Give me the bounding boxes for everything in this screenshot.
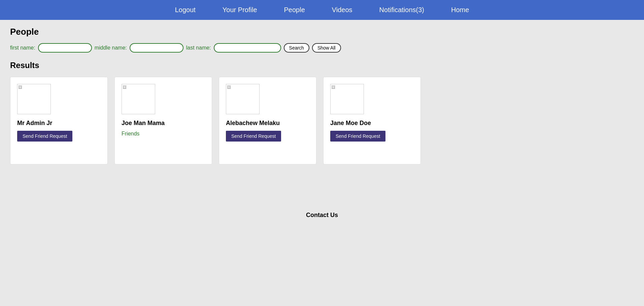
person-card: Alebachew MelakuSend Friend Request xyxy=(219,77,316,164)
main-content: People first name: middle name: last nam… xyxy=(0,20,644,171)
person-name: Jane Moe Doe xyxy=(330,120,414,127)
middle-name-input[interactable] xyxy=(130,43,183,53)
results-grid: Mr Admin JrSend Friend RequestJoe Man Ma… xyxy=(10,77,634,164)
friends-label: Friends xyxy=(122,131,139,136)
person-name: Alebachew Melaku xyxy=(226,120,309,127)
person-photo xyxy=(226,84,260,114)
first-name-input[interactable] xyxy=(38,43,92,53)
person-card: Jane Moe DoeSend Friend Request xyxy=(323,77,421,164)
middle-name-label: middle name: xyxy=(95,45,127,51)
nav-videos[interactable]: Videos xyxy=(332,6,352,14)
main-nav: Logout Your Profile People Videos Notifi… xyxy=(0,0,644,20)
send-friend-request-button[interactable]: Send Friend Request xyxy=(226,131,281,142)
search-button[interactable]: Search xyxy=(284,43,309,53)
last-name-input[interactable] xyxy=(214,43,281,53)
last-name-label: last name: xyxy=(186,45,211,51)
nav-notifications[interactable]: Notifications(3) xyxy=(379,6,424,14)
person-name: Joe Man Mama xyxy=(122,120,205,127)
person-card: Mr Admin JrSend Friend Request xyxy=(10,77,108,164)
person-card: Joe Man MamaFriends xyxy=(114,77,212,164)
nav-people[interactable]: People xyxy=(284,6,305,14)
page-title: People xyxy=(10,27,634,37)
person-photo xyxy=(330,84,364,114)
send-friend-request-button[interactable]: Send Friend Request xyxy=(330,131,385,142)
person-photo xyxy=(17,84,51,114)
search-form: first name: middle name: last name: Sear… xyxy=(10,43,634,53)
results-title: Results xyxy=(10,61,634,70)
nav-logout[interactable]: Logout xyxy=(175,6,196,14)
nav-home[interactable]: Home xyxy=(451,6,469,14)
send-friend-request-button[interactable]: Send Friend Request xyxy=(17,131,72,142)
nav-your-profile[interactable]: Your Profile xyxy=(223,6,257,14)
person-photo xyxy=(122,84,155,114)
person-name: Mr Admin Jr xyxy=(17,120,101,127)
footer: Contact Us xyxy=(0,198,644,232)
first-name-label: first name: xyxy=(10,45,35,51)
show-all-button[interactable]: Show All xyxy=(312,43,341,53)
contact-us-title: Contact Us xyxy=(306,212,338,218)
